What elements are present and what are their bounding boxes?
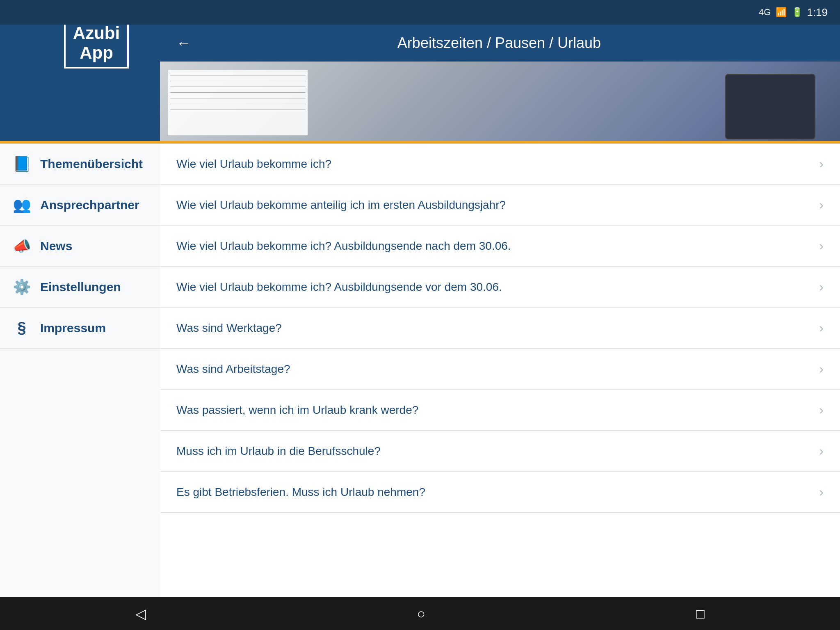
top-nav: AzubiApp ← Arbeitszeiten / Pausen / Urla…	[0, 25, 840, 62]
list-item-text: Was sind Arbeitstage?	[176, 354, 811, 384]
right-panel: Wie viel Urlaub bekomme ich? › Wie viel …	[160, 62, 840, 597]
list-item[interactable]: Was sind Werktage? ›	[160, 308, 840, 349]
chevron-right-icon: ›	[819, 156, 824, 171]
list-item[interactable]: Was sind Arbeitstage? ›	[160, 349, 840, 390]
list-item[interactable]: Wie viel Urlaub bekomme ich? Ausbildungs…	[160, 267, 840, 308]
list-item-text: Wie viel Urlaub bekomme ich? Ausbildungs…	[176, 231, 811, 261]
status-bar: 4G 📶 🔋 1:19	[0, 0, 840, 25]
nav-menu: 📘 Themenübersicht 👥 Ansprechpartner 📣 Ne…	[0, 144, 160, 597]
sidebar-item-label: Themenübersicht	[40, 157, 143, 171]
left-banner	[0, 62, 160, 144]
sidebar-item-themen[interactable]: 📘 Themenübersicht	[0, 144, 160, 185]
content-list: Wie viel Urlaub bekomme ich? › Wie viel …	[160, 144, 840, 597]
sidebar-item-label: News	[40, 239, 72, 253]
list-item-text: Muss ich im Urlaub in die Berufsschule?	[176, 436, 811, 466]
list-item-text: Wie viel Urlaub bekomme anteilig ich im …	[176, 190, 811, 220]
banner-image	[160, 62, 840, 144]
sidebar-item-label: Ansprechpartner	[40, 198, 139, 212]
sidebar-item-label: Impressum	[40, 321, 106, 335]
list-item[interactable]: Wie viel Urlaub bekomme ich? Ausbildungs…	[160, 226, 840, 267]
sidebar-item-impressum[interactable]: § Impressum	[0, 308, 160, 349]
bottom-nav: ◁ ○ □	[0, 597, 840, 630]
back-nav-button[interactable]: ◁	[127, 601, 154, 626]
list-item-text: Wie viel Urlaub bekomme ich?	[176, 149, 811, 179]
recent-nav-button[interactable]: □	[688, 602, 713, 626]
list-item[interactable]: Es gibt Betriebsferien. Muss ich Urlaub …	[160, 472, 840, 513]
list-item-text: Was sind Werktage?	[176, 313, 811, 343]
list-item[interactable]: Wie viel Urlaub bekomme ich? ›	[160, 144, 840, 185]
app-logo: AzubiApp	[64, 18, 129, 69]
chevron-right-icon: ›	[819, 361, 824, 377]
list-item[interactable]: Wie viel Urlaub bekomme anteilig ich im …	[160, 185, 840, 226]
chevron-right-icon: ›	[819, 197, 824, 212]
sidebar-item-label: Einstellungen	[40, 280, 121, 294]
megaphone-icon: 📣	[11, 237, 32, 255]
document-lines	[170, 72, 306, 133]
sidebar-item-einstellungen[interactable]: ⚙️ Einstellungen	[0, 267, 160, 308]
list-item-text: Es gibt Betriebsferien. Muss ich Urlaub …	[176, 477, 811, 507]
chevron-right-icon: ›	[819, 320, 824, 336]
list-item-text: Was passiert, wenn ich im Urlaub krank w…	[176, 395, 811, 425]
main-layout: 📘 Themenübersicht 👥 Ansprechpartner 📣 Ne…	[0, 62, 840, 597]
signal-icon: 4G	[759, 7, 771, 18]
gear-icon: ⚙️	[11, 278, 32, 296]
left-panel: 📘 Themenübersicht 👥 Ansprechpartner 📣 Ne…	[0, 62, 160, 597]
home-nav-button[interactable]: ○	[409, 602, 434, 626]
sidebar-item-ansprechpartner[interactable]: 👥 Ansprechpartner	[0, 185, 160, 226]
chevron-right-icon: ›	[819, 238, 824, 253]
list-item[interactable]: Muss ich im Urlaub in die Berufsschule? …	[160, 431, 840, 472]
paragraph-icon: §	[11, 319, 32, 337]
status-icons: 4G 📶 🔋	[759, 7, 803, 18]
status-time: 1:19	[807, 6, 828, 19]
people-icon: 👥	[11, 196, 32, 214]
chevron-right-icon: ›	[819, 443, 824, 459]
back-button[interactable]: ←	[176, 34, 191, 52]
chevron-right-icon: ›	[819, 402, 824, 418]
sidebar-item-news[interactable]: 📣 News	[0, 226, 160, 267]
book-icon: 📘	[11, 155, 32, 173]
list-item-text: Wie viel Urlaub bekomme ich? Ausbildungs…	[176, 272, 811, 302]
battery-icon: 🔋	[792, 7, 803, 18]
nav-title-area: ← Arbeitszeiten / Pausen / Urlaub	[176, 34, 824, 52]
logo-nav-area: AzubiApp	[16, 25, 176, 62]
chevron-right-icon: ›	[819, 279, 824, 294]
signal-bars: 📶	[776, 7, 787, 18]
list-item[interactable]: Was passiert, wenn ich im Urlaub krank w…	[160, 390, 840, 431]
device-image	[725, 74, 815, 139]
chevron-right-icon: ›	[819, 484, 824, 500]
page-title: Arbeitszeiten / Pausen / Urlaub	[199, 34, 799, 52]
